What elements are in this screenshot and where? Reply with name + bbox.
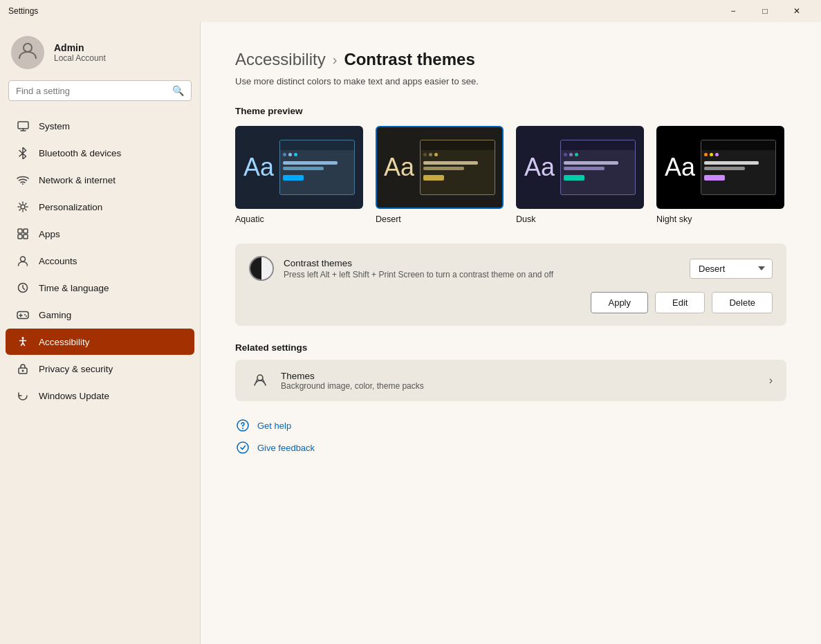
theme-card-nightsky[interactable]: Aa (656, 126, 784, 224)
title-bar: Settings − □ ✕ (0, 0, 821, 22)
minimize-button[interactable]: − (717, 0, 749, 22)
desert-body (421, 150, 495, 194)
help-links: Get help Give feedback (235, 418, 786, 455)
themes-title: Themes (281, 371, 759, 381)
svg-rect-4 (18, 229, 22, 233)
update-icon (17, 389, 29, 402)
delete-button[interactable]: Delete (712, 292, 773, 313)
avatar (11, 36, 44, 69)
maximize-button[interactable]: □ (749, 0, 781, 22)
sidebar-item-apps[interactable]: Apps (6, 221, 194, 247)
nav-list: System Bluetooth & devices Network & int… (0, 109, 200, 412)
theme-preview-aquatic: Aa (235, 126, 363, 209)
nightsky-window (701, 140, 776, 195)
related-themes-item[interactable]: Themes Background image, color, theme pa… (235, 360, 786, 401)
svg-rect-10 (17, 311, 28, 318)
sidebar-item-update[interactable]: Windows Update (6, 383, 194, 409)
breadcrumb-current: Contrast themes (344, 50, 474, 69)
dusk-label: Dusk (516, 214, 535, 224)
accessibility-icon (17, 335, 29, 348)
get-help-link[interactable]: Get help (235, 418, 786, 433)
svg-rect-5 (24, 229, 28, 233)
search-box[interactable]: 🔍 (8, 80, 192, 101)
breadcrumb: Accessibility › Contrast themes (235, 50, 786, 69)
bluetooth-icon (17, 147, 29, 159)
title-bar-controls: − □ ✕ (717, 0, 813, 22)
svg-point-3 (21, 205, 25, 209)
dusk-titlebar (561, 140, 635, 150)
contrast-row: Contrast themes Press left Alt + left Sh… (249, 256, 773, 281)
user-section: Admin Local Account (0, 22, 200, 80)
desert-window (420, 140, 495, 195)
svg-rect-6 (18, 234, 22, 239)
sidebar-label-system: System (39, 121, 70, 131)
theme-preview-desert: Aa (376, 126, 504, 209)
sidebar-label-apps: Apps (39, 229, 60, 239)
contrast-desc: Press left Alt + left Shift + Print Scre… (284, 270, 680, 279)
themes-text-group: Themes Background image, color, theme pa… (281, 371, 759, 391)
nightsky-body (701, 150, 775, 194)
aquatic-window (279, 140, 355, 195)
sidebar-item-system[interactable]: System (6, 113, 194, 139)
edit-button[interactable]: Edit (655, 292, 705, 313)
nightsky-titlebar (701, 140, 775, 150)
apply-button[interactable]: Apply (591, 292, 648, 313)
get-help-icon (235, 418, 250, 433)
give-feedback-icon (235, 440, 250, 455)
theme-preview-label: Theme preview (235, 106, 786, 116)
svg-rect-1 (18, 122, 28, 129)
apps-icon (17, 228, 29, 240)
contrast-text-group: Contrast themes Press left Alt + left Sh… (284, 258, 680, 279)
contrast-theme-dropdown[interactable]: None Aquatic Desert Dusk Night sky (690, 259, 773, 279)
sidebar-label-gaming: Gaming (39, 310, 71, 320)
sidebar-label-time: Time & language (39, 283, 109, 293)
theme-card-aquatic[interactable]: Aa (235, 126, 363, 224)
sidebar-item-network[interactable]: Network & internet (6, 167, 194, 193)
aquatic-aa-text: Aa (243, 155, 274, 180)
sidebar-item-accounts[interactable]: Accounts (6, 248, 194, 274)
give-feedback-text: Give feedback (257, 443, 315, 453)
svg-point-13 (22, 337, 24, 339)
title-bar-title: Settings (8, 6, 717, 16)
nightsky-label: Night sky (656, 214, 692, 224)
svg-point-16 (257, 375, 263, 380)
sidebar-item-personalization[interactable]: Personalization (6, 194, 194, 220)
theme-preview-nightsky: Aa (656, 126, 784, 209)
search-icon: 🔍 (172, 85, 184, 96)
sidebar-label-personalization: Personalization (39, 202, 102, 212)
user-info: Admin Local Account (54, 42, 106, 63)
theme-card-desert[interactable]: Aa (376, 126, 504, 224)
network-icon (17, 174, 29, 186)
sidebar-item-privacy[interactable]: Privacy & security (6, 356, 194, 382)
page-subtitle: Use more distinct colors to make text an… (235, 76, 786, 86)
system-icon (17, 120, 29, 132)
nightsky-aa-text: Aa (665, 155, 695, 180)
breadcrumb-separator: › (333, 52, 338, 68)
search-input[interactable] (16, 86, 167, 96)
themes-chevron-icon: › (769, 374, 773, 387)
aquatic-titlebar (280, 140, 354, 150)
contrast-themes-card: Contrast themes Press left Alt + left Sh… (235, 243, 786, 326)
dusk-aa-text: Aa (524, 155, 555, 180)
time-icon (17, 282, 29, 294)
desert-label: Desert (376, 214, 401, 224)
sidebar-label-update: Windows Update (39, 391, 109, 401)
gaming-icon (17, 309, 29, 321)
theme-preview-dusk: Aa (516, 126, 644, 209)
svg-point-8 (21, 257, 26, 261)
breadcrumb-parent: Accessibility (235, 50, 326, 69)
svg-point-11 (24, 314, 26, 315)
contrast-title: Contrast themes (284, 258, 680, 268)
give-feedback-link[interactable]: Give feedback (235, 440, 786, 455)
app-container: Admin Local Account 🔍 System Bluetooth &… (0, 22, 821, 644)
sidebar: Admin Local Account 🔍 System Bluetooth &… (0, 22, 201, 644)
dusk-window (560, 140, 636, 195)
user-avatar-icon (18, 41, 37, 64)
close-button[interactable]: ✕ (781, 0, 813, 22)
sidebar-item-gaming[interactable]: Gaming (6, 302, 194, 328)
sidebar-item-bluetooth[interactable]: Bluetooth & devices (6, 140, 194, 166)
sidebar-item-accessibility[interactable]: Accessibility (6, 329, 194, 355)
theme-card-dusk[interactable]: Aa (516, 126, 644, 224)
desert-aa-text: Aa (384, 155, 414, 180)
sidebar-item-time[interactable]: Time & language (6, 275, 194, 301)
